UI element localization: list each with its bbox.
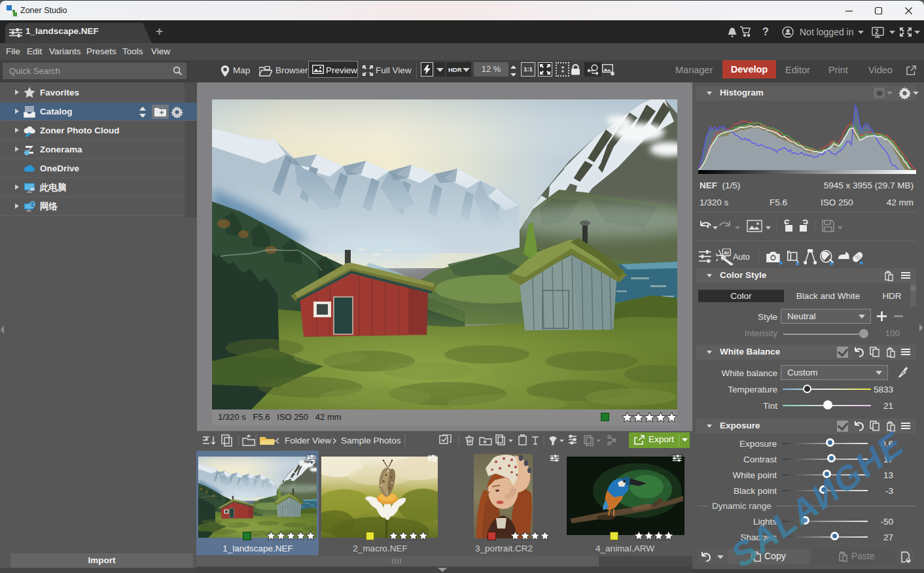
svg-text:Folder View: Folder View [285,436,331,445]
svg-text:Not logged in: Not logged in [800,27,854,37]
svg-text:2: 2 [875,28,879,35]
svg-text:AI: AI [724,250,728,256]
svg-text:A: A [205,436,208,441]
svg-text:Auto: Auto [733,252,750,262]
svg-text:Sample Photos: Sample Photos [341,436,401,445]
svg-text:?: ? [762,26,769,37]
